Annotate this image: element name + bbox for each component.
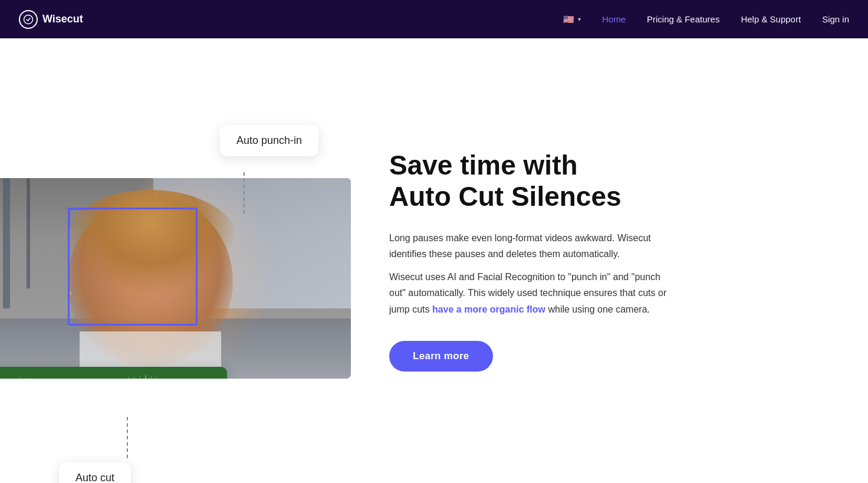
navbar: Wisecut 🇺🇸 ▾ Home Pricing & Features Hel…	[0, 0, 868, 38]
language-selector[interactable]: 🇺🇸 ▾	[563, 14, 581, 25]
waveform-bar	[147, 378, 148, 379]
text-section: Save time with Auto Cut Silences Long pa…	[377, 150, 833, 372]
description-p2-suffix: while using one camera.	[545, 304, 650, 314]
chevron-down-icon: ▾	[578, 16, 581, 22]
waveform-bar	[19, 377, 19, 379]
visual-section: Auto punch-in	[0, 143, 342, 379]
nav-link-home[interactable]: Home	[602, 14, 626, 24]
logo-icon	[19, 10, 38, 29]
auto-cut-label: Auto cut	[75, 472, 114, 483]
svg-point-0	[24, 15, 33, 24]
heading-line2: Auto Cut Silences	[389, 181, 622, 212]
video-preview	[0, 178, 351, 379]
nav-links: 🇺🇸 ▾ Home Pricing & Features Help & Supp…	[563, 14, 849, 25]
waveform-bar	[145, 375, 146, 379]
main-heading: Save time with Auto Cut Silences	[389, 150, 833, 212]
logo-link[interactable]: Wisecut	[19, 10, 83, 29]
nav-link-signin[interactable]: Sign in	[822, 14, 849, 24]
waveform-bar	[24, 378, 25, 379]
waveform-bar	[134, 376, 134, 379]
organic-flow-link[interactable]: have a more organic flow	[432, 304, 545, 314]
logo-text: Wisecut	[42, 13, 83, 25]
description-p2: Wisecut uses AI and Facial Recognition t…	[389, 269, 672, 317]
dashed-line-top	[244, 172, 245, 213]
face-detection-box	[68, 208, 198, 326]
auto-cut-card: Auto cut	[59, 462, 131, 483]
flag-icon: 🇺🇸	[563, 14, 574, 25]
dashed-line-bottom	[127, 417, 128, 458]
main-content: Auto punch-in	[0, 0, 868, 483]
waveform-bar	[129, 377, 129, 379]
punch-in-card: Auto punch-in	[220, 125, 318, 156]
learn-more-button[interactable]: Learn more	[389, 341, 493, 372]
waveform-bar	[157, 377, 157, 379]
punch-in-label: Auto punch-in	[236, 134, 302, 146]
nav-link-pricing[interactable]: Pricing & Features	[647, 14, 719, 24]
waveform-bar	[140, 376, 140, 379]
waveform-card	[0, 367, 227, 379]
content-wrapper: Auto punch-in	[0, 107, 868, 414]
waveform-bars	[0, 374, 218, 379]
heading-line1: Save time with	[389, 150, 578, 180]
waveform-bar	[151, 376, 152, 379]
description: Long pauses make even long-format videos…	[389, 230, 672, 317]
nav-link-help[interactable]: Help & Support	[741, 14, 801, 24]
description-p1: Long pauses make even long-format videos…	[389, 230, 672, 262]
